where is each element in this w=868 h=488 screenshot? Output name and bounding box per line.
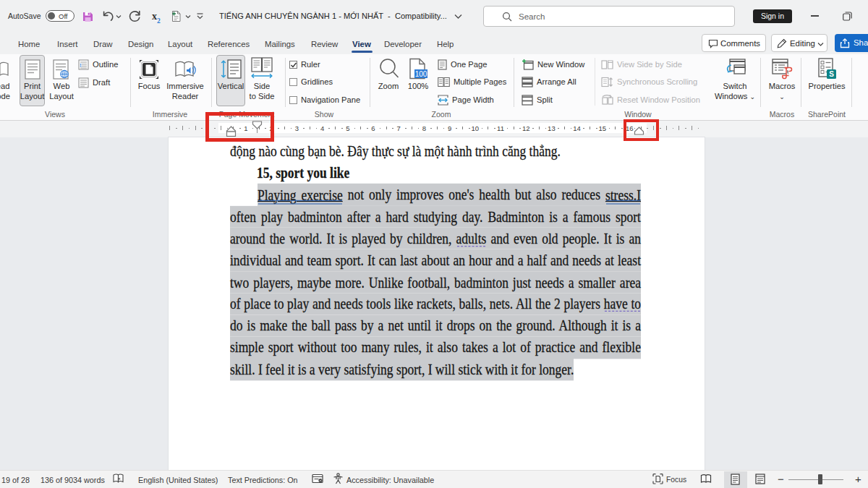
svg-text:100: 100 [415,70,427,78]
svg-text:S: S [829,70,834,78]
